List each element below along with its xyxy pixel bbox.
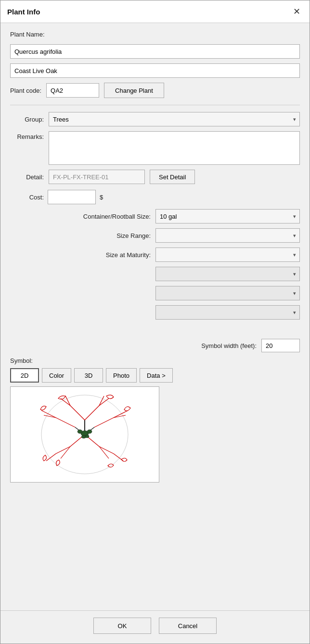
divider-1 [10,105,300,105]
cost-input[interactable] [48,190,96,204]
extra-select-1[interactable] [155,267,300,281]
footer-buttons: OK Cancel [0,610,310,644]
change-plant-button[interactable]: Change Plant [104,83,164,98]
size-at-maturity-row: Size at Maturity: ▾ [10,248,300,262]
size-range-row: Size Range: ▾ [10,228,300,243]
symbol-2d-button[interactable]: 2D [10,368,39,383]
symbol-section: Symbol: 2D Color 3D Photo Data > [10,357,300,483]
extra-dropdown-row-1: ▾ [10,267,300,281]
size-range-select[interactable] [155,228,300,243]
svg-line-4 [70,406,85,420]
group-row: Group: Trees Shrubs Groundcovers Vines A… [10,112,300,126]
remarks-row: Remarks: [10,131,300,165]
svg-line-12 [41,410,56,418]
ok-button[interactable]: OK [93,618,151,634]
group-select[interactable]: Trees Shrubs Groundcovers Vines Annuals [49,112,300,126]
extra-select-wrap-2: ▾ [155,286,300,300]
set-detail-button[interactable]: Set Detail [150,170,195,184]
group-label: Group: [10,116,44,123]
symbol-buttons-row: 2D Color 3D Photo Data > [10,368,300,383]
svg-line-7 [85,406,99,420]
svg-line-22 [61,446,70,458]
close-button[interactable]: ✕ [290,5,303,18]
svg-line-13 [94,418,114,427]
container-row: Container/Rootball Size: 10 gal 15 gal 2… [10,209,300,223]
symbol-data-button[interactable]: Data > [140,368,173,383]
cost-row: Cost: $ [10,190,300,204]
extra-select-wrap-1: ▾ [155,267,300,281]
plant-code-label: Plant code: [10,87,41,94]
container-label: Container/Rootball Size: [83,213,151,220]
symbol-width-row: Symbol width (feet): [10,339,300,352]
detail-label: Detail: [10,173,44,181]
container-select[interactable]: 10 gal 15 gal 24" box 36" box 48" box [155,209,300,223]
group-select-wrap: Trees Shrubs Groundcovers Vines Annuals … [49,112,300,126]
svg-line-10 [56,418,75,427]
svg-line-23 [99,446,109,458]
symbol-photo-button[interactable]: Photo [106,368,137,383]
spacer-1 [10,324,300,334]
size-at-maturity-select-wrap: ▾ [155,248,300,262]
svg-line-5 [61,398,70,406]
remarks-label: Remarks: [10,131,44,140]
symbol-width-input[interactable] [261,339,300,352]
extra-select-3[interactable] [155,305,300,320]
plant-scientific-name-input[interactable] [10,44,300,59]
cost-label: Cost: [10,194,44,201]
size-at-maturity-label: Size at Maturity: [106,251,151,259]
plant-code-row: Plant code: Change Plant [10,83,300,98]
symbol-preview [10,386,159,483]
extra-select-2[interactable] [155,286,300,300]
extra-dropdown-row-2: ▾ [10,286,300,300]
plant-name-label: Plant Name: [10,31,300,38]
cancel-button[interactable]: Cancel [159,618,217,634]
svg-point-26 [87,430,92,433]
plant-code-input[interactable] [46,83,99,98]
dialog-content: Plant Name: Plant code: Change Plant Gro… [0,23,310,610]
plant-symbol-svg [32,391,138,478]
svg-line-17 [56,446,70,454]
extra-dropdown-row-3: ▾ [10,305,300,320]
symbol-3d-button[interactable]: 3D [74,368,103,383]
plant-info-dialog: Plant Info ✕ Plant Name: Plant code: Cha… [0,0,310,644]
symbol-label: Symbol: [10,357,300,364]
extra-select-wrap-3: ▾ [155,305,300,320]
svg-line-8 [99,398,109,406]
svg-point-28 [85,435,89,438]
svg-line-20 [99,446,114,454]
symbol-color-button[interactable]: Color [42,368,71,383]
detail-input[interactable] [49,170,145,184]
svg-line-15 [114,410,128,418]
plant-common-name-input[interactable] [10,63,300,78]
container-select-wrap: 10 gal 15 gal 24" box 36" box 48" box ▾ [155,209,300,223]
svg-point-25 [78,430,82,433]
remarks-textarea[interactable] [49,131,300,165]
detail-row: Detail: Set Detail [10,170,300,184]
size-range-select-wrap: ▾ [155,228,300,243]
size-at-maturity-select[interactable] [155,248,300,262]
title-bar: Plant Info ✕ [0,0,310,23]
size-range-label: Size Range: [116,232,151,239]
dialog-title: Plant Info [7,8,40,16]
symbol-width-label: Symbol width (feet): [201,342,257,349]
currency-symbol: $ [100,194,103,201]
